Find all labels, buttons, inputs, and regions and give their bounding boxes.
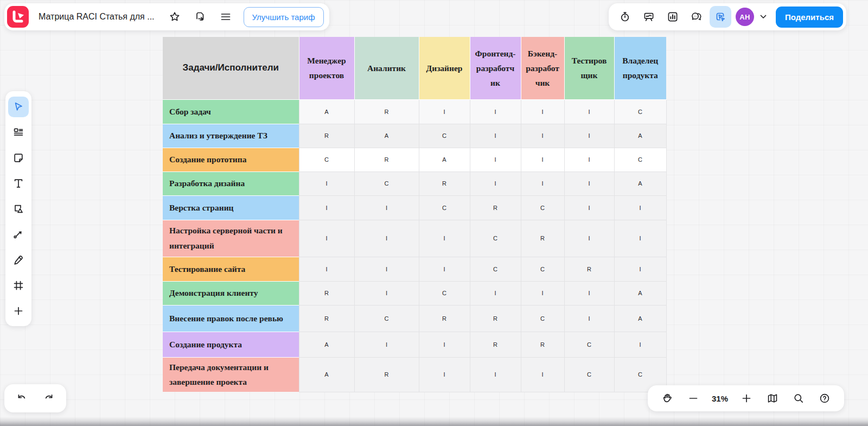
raci-cell[interactable]: R <box>354 357 419 392</box>
raci-cell[interactable]: R <box>470 332 521 357</box>
raci-cell[interactable]: I <box>564 124 614 148</box>
raci-cell[interactable]: R <box>521 220 564 257</box>
tool-templates[interactable] <box>7 120 30 144</box>
raci-cell[interactable]: A <box>614 124 666 148</box>
raci-cell[interactable]: A <box>299 99 354 124</box>
raci-cell[interactable]: A <box>299 332 354 357</box>
raci-cell[interactable]: I <box>564 99 614 124</box>
row-label[interactable]: Верстка страниц <box>163 195 299 220</box>
tool-text[interactable] <box>7 171 30 195</box>
raci-cell[interactable]: C <box>614 99 666 124</box>
row-label[interactable]: Передача документации и завершение проек… <box>163 357 299 392</box>
raci-cell[interactable]: I <box>419 99 470 124</box>
raci-cell[interactable]: C <box>419 124 470 148</box>
tool-select[interactable] <box>7 94 30 119</box>
account-menu-toggle[interactable] <box>756 6 770 28</box>
raci-cell[interactable]: I <box>354 257 419 281</box>
raci-cell[interactable]: A <box>299 357 354 392</box>
raci-cell[interactable]: R <box>299 305 354 332</box>
column-header-1[interactable]: Аналитик <box>354 37 419 99</box>
raci-cell[interactable]: I <box>564 195 614 220</box>
raci-cell[interactable]: I <box>564 148 614 171</box>
raci-cell[interactable]: C <box>564 357 614 392</box>
raci-cell[interactable]: I <box>419 220 470 257</box>
table-corner-header[interactable]: Задачи/Исполнители <box>163 37 299 99</box>
undo-button[interactable] <box>11 387 33 409</box>
main-menu-button[interactable] <box>215 6 237 28</box>
raci-cell[interactable]: I <box>299 195 354 220</box>
raci-cell[interactable]: I <box>521 148 564 171</box>
zoom-out-button[interactable] <box>682 387 704 409</box>
timer-button[interactable] <box>614 6 636 28</box>
raci-cell[interactable]: C <box>470 220 521 257</box>
zoom-level[interactable]: 31% <box>709 394 731 403</box>
raci-cell[interactable]: I <box>470 148 521 171</box>
tool-sticky-note[interactable] <box>7 145 30 170</box>
raci-cell[interactable]: R <box>354 148 419 171</box>
raci-cell[interactable]: I <box>521 99 564 124</box>
column-header-5[interactable]: Тестировщик <box>564 37 614 99</box>
raci-cell[interactable]: I <box>354 281 419 305</box>
raci-cell[interactable]: I <box>299 257 354 281</box>
raci-cell[interactable]: I <box>419 332 470 357</box>
raci-cell[interactable]: I <box>354 195 419 220</box>
raci-cell[interactable]: R <box>470 305 521 332</box>
tool-connector[interactable] <box>7 222 30 246</box>
raci-cell[interactable]: C <box>564 332 614 357</box>
canvas[interactable]: { "app": { "title": "Матрица RACI Статья… <box>0 0 868 426</box>
raci-cell[interactable]: I <box>354 220 419 257</box>
raci-cell[interactable]: I <box>299 171 354 195</box>
raci-cell[interactable]: I <box>419 257 470 281</box>
row-label[interactable]: Разработка дизайна <box>163 171 299 195</box>
raci-cell[interactable]: I <box>470 171 521 195</box>
app-logo-icon[interactable] <box>7 6 29 28</box>
raci-cell[interactable]: A <box>614 171 666 195</box>
row-label[interactable]: Настройка серверной части и интеграций <box>163 220 299 257</box>
tool-pencil[interactable] <box>7 247 30 272</box>
raci-cell[interactable]: C <box>419 281 470 305</box>
raci-cell[interactable]: C <box>521 195 564 220</box>
raci-cell[interactable]: A <box>419 148 470 171</box>
search-button[interactable] <box>788 387 809 409</box>
raci-cell[interactable]: C <box>521 305 564 332</box>
raci-cell[interactable]: I <box>614 332 666 357</box>
row-label[interactable]: Создание продукта <box>163 332 299 357</box>
raci-cell[interactable]: I <box>470 99 521 124</box>
raci-cell[interactable]: I <box>470 357 521 392</box>
raci-cell[interactable]: R <box>419 171 470 195</box>
raci-cell[interactable]: I <box>564 220 614 257</box>
board-title[interactable]: Матрица RACI Статья для ... <box>39 12 155 22</box>
stats-button[interactable] <box>662 6 684 28</box>
raci-cell[interactable]: R <box>354 99 419 124</box>
raci-cell[interactable]: C <box>299 148 354 171</box>
column-header-4[interactable]: Бэкенд-разработчик <box>521 37 564 99</box>
raci-cell[interactable]: I <box>521 124 564 148</box>
upgrade-plan-button[interactable]: Улучшить тариф <box>244 7 324 27</box>
raci-cell[interactable]: C <box>614 148 666 171</box>
raci-cell[interactable]: A <box>614 305 666 332</box>
raci-cell[interactable]: I <box>299 220 354 257</box>
raci-cell[interactable]: I <box>564 281 614 305</box>
raci-cell[interactable]: R <box>470 195 521 220</box>
raci-cell[interactable]: I <box>354 332 419 357</box>
raci-cell[interactable]: R <box>521 332 564 357</box>
row-label[interactable]: Демонстрация клиенту <box>163 281 299 305</box>
raci-cell[interactable]: I <box>614 220 666 257</box>
presentation-button[interactable] <box>638 6 660 28</box>
collab-cursors-button[interactable] <box>710 6 731 28</box>
raci-cell[interactable]: I <box>470 124 521 148</box>
raci-cell[interactable]: I <box>614 195 666 220</box>
favorite-button[interactable] <box>164 6 186 28</box>
raci-cell[interactable]: I <box>521 357 564 392</box>
row-label[interactable]: Тестирование сайта <box>163 257 299 281</box>
tool-more[interactable] <box>7 298 30 323</box>
raci-matrix-table[interactable]: Задачи/ИсполнителиМенеджер проектовАнали… <box>163 37 667 392</box>
zoom-in-button[interactable] <box>736 387 757 409</box>
raci-cell[interactable]: I <box>614 257 666 281</box>
raci-cell[interactable]: A <box>614 281 666 305</box>
raci-cell[interactable]: C <box>419 195 470 220</box>
help-button[interactable] <box>814 387 835 409</box>
column-header-3[interactable]: Фронтенд-разработчик <box>470 37 521 99</box>
redo-button[interactable] <box>38 387 60 409</box>
raci-cell[interactable]: R <box>419 305 470 332</box>
